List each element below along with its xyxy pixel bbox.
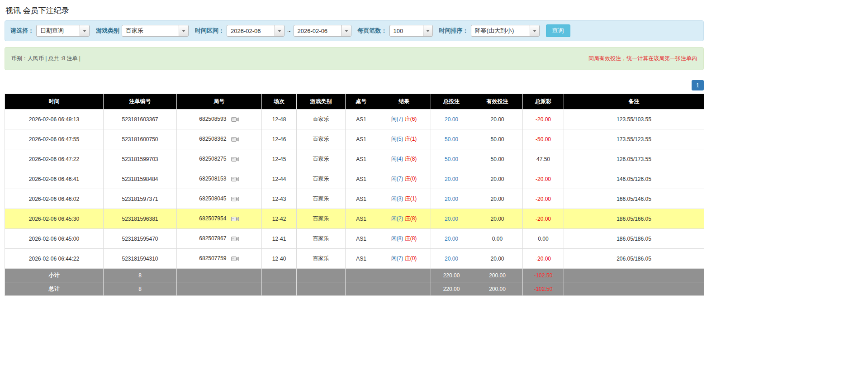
round-no: 682507954	[199, 215, 226, 222]
cell-round-no: 682507759	[177, 249, 262, 269]
video-replay-icon[interactable]	[231, 176, 239, 182]
total-bet-link[interactable]: 50.00	[445, 136, 458, 143]
round-no: 682507759	[199, 255, 226, 261]
cell-game-type: 百家乐	[297, 249, 346, 269]
result-banker: 庄(1)	[405, 195, 417, 202]
result-banker: 庄(8)	[405, 156, 417, 162]
table-row: 2026-02-06 06:46:02 523181597371 6825080…	[5, 189, 704, 209]
cell-payout: -20.00	[523, 209, 564, 229]
video-replay-icon[interactable]	[231, 196, 239, 202]
cell-result: 闲(2) 庄(8)	[377, 209, 431, 229]
cell-result: 闲(8) 庄(8)	[377, 229, 431, 249]
chevron-down-icon[interactable]	[342, 25, 351, 36]
page-size-label: 每页笔数：	[358, 27, 387, 35]
cell-total-bet: 20.00	[431, 229, 472, 249]
bet-records-table: 时间 注单编号 局号 场次 游戏类别 桌号 结果 总投注 有效投注 总派彩 备注…	[5, 94, 704, 296]
header-game-type: 游戏类别	[297, 94, 346, 109]
cell-result: 闲(3) 庄(1)	[377, 189, 431, 209]
sort-dropdown[interactable]: 降幂(由大到小)	[471, 25, 540, 37]
chevron-down-icon[interactable]	[275, 25, 284, 36]
select-dropdown-value[interactable]: 日期查询	[37, 25, 80, 36]
cell-total-bet: 50.00	[431, 129, 472, 149]
cell-session: 12-42	[262, 209, 297, 229]
cell-result: 闲(7) 庄(6)	[377, 109, 431, 129]
cell-payout: -50.00	[523, 129, 564, 149]
page-size-dropdown[interactable]: 100	[389, 25, 433, 37]
cell-round-no: 682507954	[177, 209, 262, 229]
video-replay-icon[interactable]	[231, 256, 239, 262]
result-banker: 庄(0)	[405, 176, 417, 182]
date-to-value[interactable]: 2026-02-06	[294, 25, 342, 36]
video-replay-icon[interactable]	[231, 156, 239, 162]
filter-group-game-type: 游戏类别 百家乐	[96, 25, 189, 37]
table-row: 2026-02-06 06:44:22 523181594310 6825077…	[5, 249, 704, 269]
round-no: 682508275	[199, 156, 226, 162]
cell-game-type: 百家乐	[297, 169, 346, 189]
cell-time: 2026-02-06 06:46:02	[5, 189, 104, 209]
query-button[interactable]: 查询	[546, 24, 570, 37]
subtotal-count: 8	[104, 269, 177, 282]
table-row: 2026-02-06 06:46:41 523181598484 6825081…	[5, 169, 704, 189]
cell-time: 2026-02-06 06:45:00	[5, 229, 104, 249]
select-label: 请选择：	[10, 27, 34, 35]
header-valid-bet: 有效投注	[472, 94, 523, 109]
cell-total-bet: 20.00	[431, 109, 472, 129]
filter-group-page-size: 每页笔数： 100	[358, 25, 433, 37]
cell-valid-bet: 20.00	[472, 189, 523, 209]
date-from-dropdown[interactable]: 2026-02-06	[227, 25, 285, 37]
video-replay-icon[interactable]	[231, 216, 239, 222]
sort-label: 时间排序：	[439, 27, 469, 35]
cell-order-no: 523181599703	[104, 149, 177, 169]
cell-game-type: 百家乐	[297, 189, 346, 209]
chevron-down-icon[interactable]	[179, 25, 188, 36]
total-bet-link[interactable]: 20.00	[445, 196, 458, 202]
total-label: 总计	[5, 282, 104, 296]
cell-session: 12-41	[262, 229, 297, 249]
sort-dropdown-value[interactable]: 降幂(由大到小)	[471, 25, 530, 36]
table-row: 2026-02-06 06:49:13 523181603367 6825085…	[5, 109, 704, 129]
date-from-value[interactable]: 2026-02-06	[227, 25, 275, 36]
chevron-down-icon[interactable]	[530, 25, 539, 36]
video-replay-icon[interactable]	[231, 136, 239, 143]
header-remark: 备注	[564, 94, 704, 109]
page-size-value[interactable]: 100	[390, 25, 423, 36]
cell-result: 闲(5) 庄(1)	[377, 129, 431, 149]
cell-order-no: 523181598484	[104, 169, 177, 189]
total-bet-link[interactable]: 20.00	[445, 236, 458, 242]
cell-order-no: 523181596381	[104, 209, 177, 229]
cell-remark: 126.05/173.55	[564, 149, 704, 169]
total-bet-link[interactable]: 20.00	[445, 256, 458, 262]
video-replay-icon[interactable]	[231, 236, 239, 242]
total-bet-link[interactable]: 20.00	[445, 116, 458, 123]
total-bet-link[interactable]: 50.00	[445, 156, 458, 162]
cell-table-no: AS1	[346, 129, 377, 149]
round-no: 682508593	[199, 116, 226, 122]
date-to-dropdown[interactable]: 2026-02-06	[294, 25, 351, 37]
cell-round-no: 682507867	[177, 229, 262, 249]
total-row: 总计 8 220.00 200.00 -102.50	[5, 282, 704, 296]
cell-total-bet: 50.00	[431, 149, 472, 169]
cell-remark: 173.55/123.55	[564, 129, 704, 149]
page-button-1[interactable]: 1	[692, 80, 704, 90]
select-dropdown[interactable]: 日期查询	[36, 25, 90, 37]
pagination: 1	[5, 80, 704, 90]
cell-session: 12-46	[262, 129, 297, 149]
cell-session: 12-40	[262, 249, 297, 269]
total-bet-link[interactable]: 20.00	[445, 176, 458, 182]
cell-table-no: AS1	[346, 209, 377, 229]
caret-shape	[345, 30, 348, 32]
game-type-dropdown[interactable]: 百家乐	[122, 25, 189, 37]
round-no: 682508153	[199, 176, 226, 182]
cell-game-type: 百家乐	[297, 149, 346, 169]
cell-table-no: AS1	[346, 189, 377, 209]
chevron-down-icon[interactable]	[80, 25, 89, 36]
table-header: 时间 注单编号 局号 场次 游戏类别 桌号 结果 总投注 有效投注 总派彩 备注	[5, 94, 704, 109]
game-type-dropdown-value[interactable]: 百家乐	[122, 25, 179, 36]
table-row: 2026-02-06 06:45:00 523181595470 6825078…	[5, 229, 704, 249]
cell-valid-bet: 20.00	[472, 249, 523, 269]
chevron-down-icon[interactable]	[423, 25, 432, 36]
total-bet-link[interactable]: 20.00	[445, 216, 458, 222]
video-replay-icon[interactable]	[231, 116, 239, 123]
result-player: 闲(2)	[391, 215, 403, 222]
round-no: 682508045	[199, 195, 226, 202]
